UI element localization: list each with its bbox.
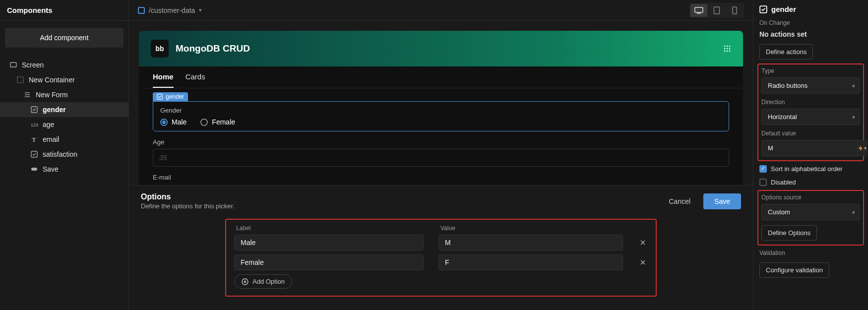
- chevron-down-icon: ▾: [199, 7, 202, 13]
- tree-item-age[interactable]: 123age: [0, 117, 128, 132]
- app-tab-home[interactable]: Home: [153, 66, 174, 88]
- svg-rect-12: [714, 7, 720, 14]
- disabled-label: Disabled: [771, 179, 796, 186]
- type-select[interactable]: [761, 77, 860, 94]
- define-actions-button[interactable]: Define actions: [759, 44, 813, 60]
- app-header: bb MongoDB CRUD: [139, 31, 743, 66]
- desktop-icon: [694, 7, 703, 14]
- device-desktop-button[interactable]: [690, 4, 707, 17]
- close-icon: [640, 259, 646, 265]
- direction-select[interactable]: [761, 109, 860, 125]
- type-section-highlight: Type Direction Default value ▾: [757, 63, 864, 161]
- components-sidebar: Components Add component ScreenNew Conta…: [0, 0, 129, 310]
- options-save-button[interactable]: Save: [703, 193, 741, 209]
- breadcrumb-path: /customer-data: [149, 6, 195, 14]
- options-source-select[interactable]: [761, 204, 860, 220]
- add-option-button[interactable]: Add Option: [234, 274, 292, 289]
- radio-label: Female: [212, 118, 235, 126]
- drag-handle-icon[interactable]: [723, 45, 731, 53]
- options-icon: [30, 105, 39, 114]
- tree-item-label: Screen: [22, 61, 124, 69]
- tree-item-satisfaction[interactable]: satisfaction: [0, 147, 128, 162]
- add-component-button[interactable]: Add component: [5, 28, 124, 48]
- option-value-input[interactable]: [438, 235, 623, 250]
- tree-item-new-container[interactable]: New Container: [0, 72, 128, 87]
- svg-rect-0: [10, 62, 16, 67]
- sort-alpha-label: Sort in alphabetical order: [771, 165, 843, 173]
- tablet-icon: [713, 6, 720, 14]
- button-icon: [30, 165, 39, 174]
- breadcrumb[interactable]: /customer-data ▾: [138, 6, 202, 14]
- type-label: Type: [761, 67, 860, 74]
- form-icon: [23, 90, 32, 99]
- onchange-label: On Change: [759, 19, 862, 26]
- device-mobile-button[interactable]: [726, 4, 743, 17]
- checkbox-icon: [759, 165, 767, 173]
- configure-validation-button[interactable]: Configure validation: [759, 262, 829, 278]
- options-source-label: Options source: [761, 194, 860, 201]
- canvas-pane: /customer-data ▾ bb MongoDB CRUD: [129, 0, 753, 310]
- svg-point-15: [727, 46, 728, 47]
- component-selection-badge[interactable]: gender: [153, 92, 188, 101]
- svg-point-16: [729, 46, 731, 47]
- option-label-input[interactable]: [234, 254, 424, 270]
- radio-icon: [160, 119, 168, 126]
- radio-option-male[interactable]: Male: [160, 118, 186, 126]
- component-name: gender: [771, 5, 796, 13]
- device-tablet-button[interactable]: [708, 4, 725, 17]
- sidebar-header: Components: [0, 0, 128, 21]
- tree-item-screen[interactable]: Screen: [0, 58, 128, 72]
- canvas-top-bar: /customer-data ▾: [129, 0, 753, 21]
- delete-option-button[interactable]: [638, 238, 648, 248]
- validation-label: Validation: [759, 249, 862, 256]
- tree-item-save[interactable]: Save: [0, 162, 128, 177]
- options-cancel-button[interactable]: Cancel: [662, 193, 697, 209]
- delete-option-button[interactable]: [638, 257, 648, 267]
- tree-item-gender[interactable]: gender: [0, 102, 128, 117]
- svg-rect-10: [695, 7, 703, 12]
- lightning-icon: [858, 145, 864, 152]
- tree-item-label: New Form: [36, 91, 124, 99]
- app-title: MongoDB CRUD: [176, 43, 250, 54]
- svg-point-19: [729, 48, 731, 50]
- radio-label: Male: [172, 118, 186, 126]
- options-icon: [157, 94, 163, 100]
- col-header-label: Label: [236, 225, 426, 232]
- gender-field[interactable]: Gender MaleFemale: [153, 101, 729, 131]
- binding-button[interactable]: [857, 140, 864, 156]
- component-tree: ScreenNew ContainerNew Formgender123ageT…: [0, 55, 128, 310]
- screen-icon: [138, 7, 145, 14]
- direction-label: Direction: [761, 99, 860, 106]
- define-options-button[interactable]: Define Options: [761, 225, 817, 241]
- default-value-dropdown[interactable]: ▾: [864, 140, 867, 156]
- chevron-down-icon: ▾: [864, 145, 867, 151]
- gender-label: Gender: [160, 107, 722, 114]
- age-label: Age: [153, 138, 729, 146]
- app-tab-cards[interactable]: Cards: [186, 66, 205, 88]
- option-label-input[interactable]: [234, 235, 424, 250]
- option-row: [234, 235, 648, 250]
- app-tabs: HomeCards: [139, 66, 743, 88]
- properties-sidebar: gender On Change No actions set Define a…: [753, 0, 868, 310]
- options-title: Options: [141, 192, 235, 201]
- default-value-input[interactable]: [761, 140, 857, 156]
- options-source-highlight: Options source Define Options: [757, 190, 864, 246]
- svg-rect-1: [17, 77, 23, 83]
- svg-rect-13: [733, 7, 737, 14]
- option-value-input[interactable]: [438, 254, 623, 270]
- svg-point-18: [727, 48, 728, 50]
- email-label: E-mail: [153, 174, 729, 181]
- tree-item-label: age: [43, 121, 124, 128]
- disabled-checkbox[interactable]: Disabled: [759, 179, 862, 186]
- svg-point-17: [724, 48, 726, 50]
- age-input[interactable]: [153, 149, 729, 167]
- sort-alpha-checkbox[interactable]: Sort in alphabetical order: [759, 165, 862, 173]
- svg-text:123: 123: [31, 123, 38, 127]
- options-icon: [30, 150, 39, 159]
- device-toggle: [689, 3, 744, 18]
- svg-point-21: [727, 51, 728, 52]
- tree-item-label: gender: [43, 106, 124, 114]
- tree-item-new-form[interactable]: New Form: [0, 87, 128, 102]
- tree-item-email[interactable]: Temail: [0, 132, 128, 147]
- radio-option-female[interactable]: Female: [200, 118, 235, 126]
